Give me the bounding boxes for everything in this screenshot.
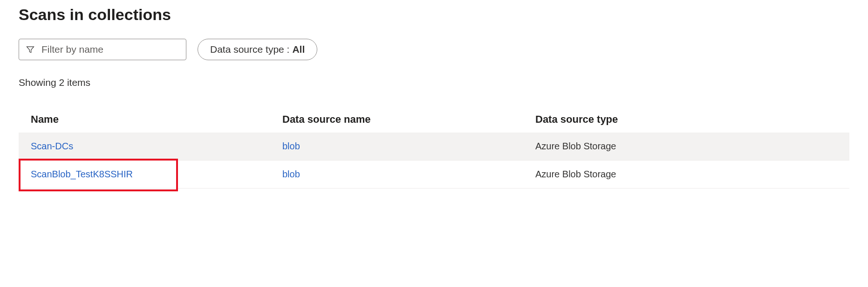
data-source-name-link[interactable]: blob: [282, 169, 535, 180]
data-source-name-link[interactable]: blob: [282, 141, 535, 152]
column-header-data-source-type[interactable]: Data source type: [535, 113, 837, 126]
page-title: Scans in collections: [19, 6, 849, 24]
filter-by-name-wrapper[interactable]: [19, 39, 186, 60]
filter-by-name-input[interactable]: [41, 44, 179, 55]
data-source-type-cell: Azure Blob Storage: [535, 141, 837, 152]
data-source-type-cell: Azure Blob Storage: [535, 169, 837, 180]
column-header-name[interactable]: Name: [31, 113, 282, 126]
filter-pill-label: Data source type :: [210, 44, 289, 55]
filter-bar: Data source type : All: [19, 39, 849, 60]
column-header-data-source-name[interactable]: Data source name: [282, 113, 535, 126]
filter-pill-value: All: [292, 44, 305, 55]
scan-name-link[interactable]: Scan-DCs: [31, 141, 282, 152]
data-source-type-filter[interactable]: Data source type : All: [198, 39, 317, 60]
showing-count: Showing 2 items: [19, 77, 849, 88]
scans-table: Name Data source name Data source type S…: [19, 107, 849, 189]
table-header-row: Name Data source name Data source type: [19, 107, 849, 133]
scan-name-link[interactable]: ScanBlob_TestK8SSHIR: [31, 169, 282, 180]
filter-icon: [26, 45, 35, 54]
table-row[interactable]: Scan-DCs blob Azure Blob Storage: [19, 133, 849, 161]
table-row[interactable]: ScanBlob_TestK8SSHIR blob Azure Blob Sto…: [19, 161, 849, 189]
